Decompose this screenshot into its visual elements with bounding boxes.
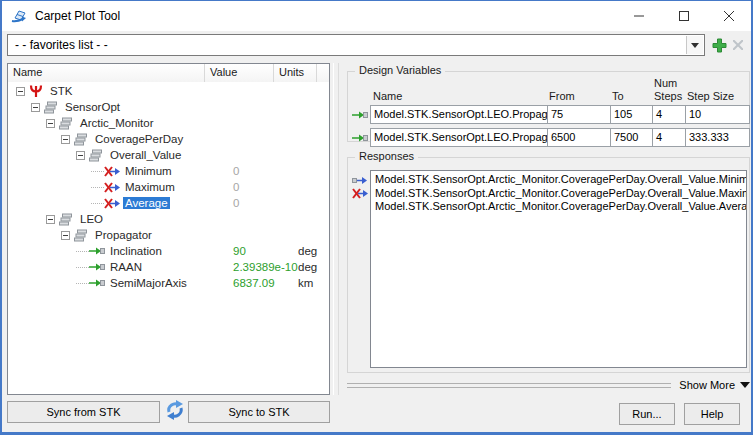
column-header-units[interactable]: Units bbox=[274, 64, 317, 82]
sync-to-stk-label: Sync to STK bbox=[228, 406, 289, 418]
collapse-toggle[interactable] bbox=[46, 119, 55, 128]
tree-item-inclination[interactable]: Inclination 90 deg bbox=[8, 243, 329, 259]
dv-step-size-field[interactable]: 333.333 bbox=[685, 128, 750, 147]
tree-item-label: Minimum bbox=[123, 165, 174, 177]
window-controls bbox=[616, 1, 751, 31]
dv-column-from: From bbox=[549, 90, 575, 102]
title-bar[interactable]: Carpet Plot Tool bbox=[2, 1, 751, 31]
dv-to-field[interactable]: 7500 bbox=[610, 128, 653, 147]
panel-splitter[interactable] bbox=[333, 63, 339, 395]
favorites-row: - - favorites list - - bbox=[7, 34, 746, 56]
tree-item-label: SemiMajorAxis bbox=[108, 277, 189, 289]
remove-favorite-button[interactable] bbox=[730, 37, 746, 53]
dv-column-to: To bbox=[612, 90, 624, 102]
tree-connector bbox=[91, 171, 104, 172]
response-arrow-icon bbox=[104, 180, 121, 194]
tree-item-coverageperday[interactable]: CoveragePerDay bbox=[8, 131, 329, 147]
dv-name-cell[interactable]: Model.STK.SensorOpt.LEO.Propagator.Incli… bbox=[370, 105, 548, 124]
tree-item-minimum[interactable]: Minimum 0 bbox=[8, 163, 329, 179]
help-label: Help bbox=[701, 408, 724, 420]
design-arrow-icon bbox=[89, 244, 106, 258]
tree-item-label: LEO bbox=[78, 213, 105, 225]
collapse-toggle[interactable] bbox=[16, 87, 25, 96]
collapse-toggle[interactable] bbox=[31, 103, 40, 112]
design-variable-row: Model.STK.SensorOpt.LEO.Propagator.SemiM… bbox=[352, 128, 750, 147]
dv-column-name: Name bbox=[373, 90, 402, 102]
dv-step-size-field[interactable]: 10 bbox=[685, 105, 750, 124]
model-node-icon bbox=[59, 116, 76, 130]
sync-from-stk-button[interactable]: Sync from STK bbox=[7, 401, 160, 423]
design-arrow-icon bbox=[352, 128, 370, 147]
tree-item-raan[interactable]: RAAN 2.39389e-10 deg bbox=[8, 259, 329, 275]
column-header-extra bbox=[317, 64, 329, 82]
tree-item-label: RAAN bbox=[108, 261, 144, 273]
app-icon bbox=[11, 8, 27, 24]
tree-connector bbox=[76, 267, 89, 268]
tree-item-units: deg bbox=[298, 261, 317, 273]
tree-item-propagator[interactable]: Propagator bbox=[8, 227, 329, 243]
collapse-toggle[interactable] bbox=[61, 135, 70, 144]
dv-from-field[interactable]: 6500 bbox=[547, 128, 611, 147]
collapse-toggle[interactable] bbox=[61, 231, 70, 240]
column-header-value[interactable]: Value bbox=[205, 64, 274, 82]
tree-connector bbox=[91, 187, 104, 188]
favorites-dropdown-button[interactable] bbox=[686, 36, 703, 54]
sync-to-stk-button[interactable]: Sync to STK bbox=[188, 401, 330, 423]
responses-title: Responses bbox=[355, 150, 418, 162]
run-button[interactable]: Run... bbox=[619, 403, 675, 425]
column-header-name[interactable]: Name bbox=[8, 64, 205, 82]
dv-num-steps-field[interactable]: 4 bbox=[652, 128, 686, 147]
dv-num-steps-field[interactable]: 4 bbox=[652, 105, 686, 124]
design-arrow-icon bbox=[89, 260, 106, 274]
dv-column-step-size: Step Size bbox=[687, 90, 734, 102]
window-title: Carpet Plot Tool bbox=[35, 9, 120, 23]
tree-item-arctic-monitor[interactable]: Arctic_Monitor bbox=[8, 115, 329, 131]
response-arrow-icon bbox=[352, 185, 369, 197]
responses-group: Responses Model.STK.SensorOpt.Arctic_Mon… bbox=[347, 157, 750, 373]
output-arrow-icon bbox=[352, 172, 369, 184]
tree-item-label: CoveragePerDay bbox=[93, 133, 185, 145]
response-item[interactable]: Model.STK.SensorOpt.Arctic_Monitor.Cover… bbox=[375, 173, 746, 187]
help-button[interactable]: Help bbox=[684, 403, 740, 425]
model-node-icon bbox=[44, 100, 61, 114]
design-variables-title: Design Variables bbox=[355, 64, 445, 76]
dv-column-num-steps: Num Steps bbox=[654, 77, 682, 103]
tree-item-label: Overall_Value bbox=[108, 149, 183, 161]
response-item[interactable]: Model.STK.SensorOpt.Arctic_Monitor.Cover… bbox=[375, 200, 746, 214]
tree-item-overall-value[interactable]: Overall_Value bbox=[8, 147, 329, 163]
model-node-icon bbox=[74, 132, 91, 146]
collapse-toggle[interactable] bbox=[76, 151, 85, 160]
sync-from-stk-label: Sync from STK bbox=[47, 406, 121, 418]
design-variable-row: Model.STK.SensorOpt.LEO.Propagator.Incli… bbox=[352, 105, 750, 124]
stk-tree-panel: Name Value Units STK bbox=[7, 63, 330, 395]
response-item[interactable]: Model.STK.SensorOpt.Arctic_Monitor.Cover… bbox=[375, 187, 746, 201]
minimize-button[interactable] bbox=[616, 1, 661, 31]
tree-item-label: Maximum bbox=[123, 181, 177, 193]
tree-item-stk[interactable]: STK bbox=[8, 83, 329, 99]
tree-item-value: 2.39389e-10 bbox=[233, 261, 298, 273]
model-node-icon bbox=[59, 212, 76, 226]
dv-from-field[interactable]: 75 bbox=[547, 105, 611, 124]
tree-connector bbox=[76, 251, 89, 252]
close-button[interactable] bbox=[706, 1, 751, 31]
add-favorite-button[interactable] bbox=[710, 36, 728, 54]
tree-item-semimajoraxis[interactable]: SemiMajorAxis 6837.09 km bbox=[8, 275, 329, 291]
tree-item-average[interactable]: Average 0 bbox=[8, 195, 329, 211]
stk-logo-icon bbox=[29, 84, 46, 98]
dv-name-cell[interactable]: Model.STK.SensorOpt.LEO.Propagator.SemiM… bbox=[370, 128, 548, 147]
tree-item-leo[interactable]: LEO bbox=[8, 211, 329, 227]
divider bbox=[347, 383, 671, 388]
tree-item-label: Propagator bbox=[93, 229, 154, 241]
maximize-button[interactable] bbox=[661, 1, 706, 31]
show-more-label: Show More bbox=[679, 379, 735, 391]
responses-list[interactable]: Model.STK.SensorOpt.Arctic_Monitor.Cover… bbox=[370, 170, 747, 368]
tree-item-value: 6837.09 bbox=[233, 277, 275, 289]
dv-to-field[interactable]: 105 bbox=[610, 105, 653, 124]
favorites-combobox[interactable]: - - favorites list - - bbox=[7, 34, 705, 56]
tree-item-maximum[interactable]: Maximum 0 bbox=[8, 179, 329, 195]
collapse-toggle[interactable] bbox=[46, 215, 55, 224]
tree-item-label: Inclination bbox=[108, 245, 164, 257]
tree-item-sensoropt[interactable]: SensorOpt bbox=[8, 99, 329, 115]
carpet-plot-tool-window: Carpet Plot Tool - - favorites list - - bbox=[0, 0, 753, 435]
show-more-button[interactable]: Show More bbox=[679, 379, 750, 391]
